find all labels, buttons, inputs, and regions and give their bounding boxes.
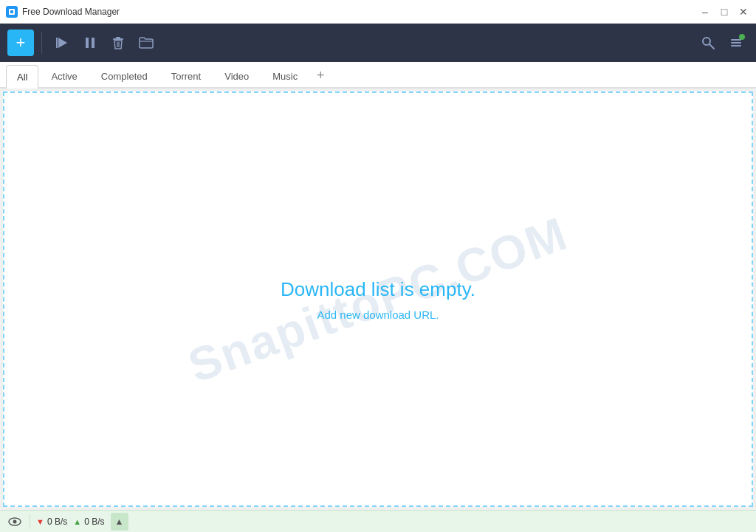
expand-button[interactable]: ▲ — [111, 513, 128, 531]
chevron-up-icon: ▲ — [115, 517, 124, 527]
svg-rect-12 — [731, 45, 741, 46]
add-download-button[interactable]: + — [7, 30, 34, 56]
upload-speed: ▲ 0 B/s — [73, 517, 104, 527]
add-icon: + — [16, 33, 26, 52]
empty-list-title: Download list is empty. — [281, 278, 475, 301]
upload-speed-value: 0 B/s — [84, 517, 104, 527]
add-tab-button[interactable]: + — [310, 65, 331, 86]
toolbar: + — [0, 24, 756, 62]
download-speed-value: 0 B/s — [47, 517, 67, 527]
download-list-area: SnapittoPC.COM Download list is empty. A… — [3, 91, 753, 507]
svg-rect-11 — [731, 42, 741, 44]
menu-button[interactable] — [724, 30, 749, 55]
delete-button[interactable] — [106, 30, 131, 55]
svg-marker-0 — [58, 38, 67, 48]
delete-icon — [111, 35, 126, 50]
resume-button[interactable] — [49, 30, 75, 55]
eye-icon — [8, 517, 21, 527]
svg-rect-3 — [92, 38, 94, 48]
download-arrow-icon: ▼ — [36, 517, 44, 526]
status-bar: ▼ 0 B/s ▲ 0 B/s ▲ — [0, 510, 756, 532]
pause-icon — [83, 35, 97, 50]
folder-icon — [138, 35, 154, 50]
pause-button[interactable] — [78, 30, 103, 55]
resume-icon — [55, 35, 69, 50]
title-bar-left: Free Download Manager — [6, 6, 120, 18]
toolbar-separator — [41, 32, 42, 54]
tab-torrent[interactable]: Torrent — [160, 65, 212, 87]
svg-point-14 — [13, 519, 17, 523]
close-button[interactable]: ✕ — [737, 5, 750, 18]
open-folder-button[interactable] — [134, 30, 159, 55]
maximize-button[interactable]: □ — [718, 5, 731, 18]
tab-completed[interactable]: Completed — [90, 65, 159, 87]
svg-rect-2 — [86, 38, 89, 48]
tab-all[interactable]: All — [6, 65, 38, 89]
svg-rect-5 — [113, 38, 123, 40]
upload-arrow-icon: ▲ — [73, 517, 81, 526]
svg-line-9 — [709, 44, 714, 49]
download-speed: ▼ 0 B/s — [36, 517, 67, 527]
svg-rect-4 — [116, 37, 120, 38]
tab-active[interactable]: Active — [40, 65, 88, 87]
search-icon — [701, 35, 715, 50]
status-separator — [30, 514, 30, 529]
window-controls: – □ ✕ — [698, 5, 750, 18]
svg-rect-1 — [56, 38, 58, 48]
title-bar: Free Download Manager – □ ✕ — [0, 0, 756, 24]
search-button[interactable] — [695, 30, 721, 55]
tab-music[interactable]: Music — [261, 65, 309, 87]
empty-list-subtitle: Add new download URL. — [317, 308, 439, 321]
minimize-button[interactable]: – — [698, 5, 712, 18]
tab-video[interactable]: Video — [213, 65, 260, 87]
notification-dot — [739, 34, 745, 40]
tab-bar: All Active Completed Torrent Video Music… — [0, 62, 756, 89]
eye-button[interactable] — [6, 513, 24, 531]
app-title: Free Download Manager — [22, 7, 120, 17]
app-icon — [6, 6, 18, 18]
